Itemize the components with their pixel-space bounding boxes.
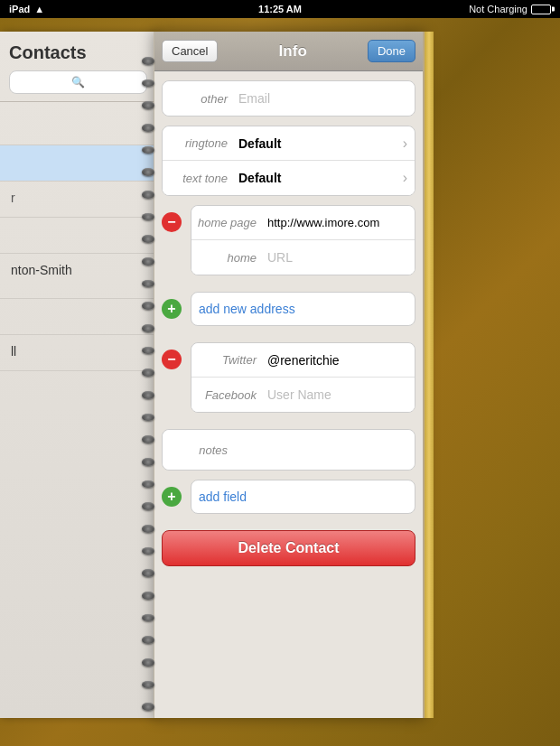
done-button[interactable]: Done — [368, 40, 415, 62]
home-url-input[interactable]: URL — [264, 243, 415, 272]
cancel-button[interactable]: Cancel — [162, 40, 218, 62]
twitter-row[interactable]: Twitter @reneritchie — [191, 343, 415, 378]
email-section: other Email — [162, 80, 415, 117]
notes-group: notes — [162, 429, 415, 471]
notes-input[interactable] — [235, 443, 415, 457]
search-bar[interactable]: 🔍 — [9, 70, 147, 94]
add-address-button[interactable]: + — [162, 299, 187, 319]
homepage-group: home page http://www.imore.com home URL — [191, 205, 415, 275]
status-left: iPad ▲ — [9, 4, 44, 14]
minus-icon[interactable]: − — [162, 350, 182, 369]
notes-row[interactable]: notes — [163, 430, 415, 470]
ringtone-chevron-icon: › — [403, 135, 415, 152]
add-field-section: + add field — [162, 480, 415, 521]
list-item[interactable]: r — [0, 182, 156, 218]
email-label: other — [163, 92, 235, 106]
facebook-row[interactable]: Facebook User Name — [191, 378, 415, 412]
homepage-value-row[interactable]: home page http://www.imore.com — [191, 206, 415, 240]
form-scroll: other Email ringtone Default › text tone… — [154, 71, 423, 718]
add-address-action[interactable]: add new address — [191, 292, 415, 326]
tone-group: ringtone Default › text tone Default › — [162, 126, 415, 196]
contacts-title: Contacts — [9, 42, 147, 63]
ringtone-label: ringtone — [163, 136, 235, 150]
twitter-label: Twitter — [191, 353, 264, 367]
add-field-button[interactable]: + — [162, 487, 187, 507]
list-item[interactable] — [0, 102, 156, 145]
device-label: iPad — [9, 4, 30, 14]
homepage-fields: home page http://www.imore.com home URL — [191, 205, 415, 283]
social-row-wrapper: − Twitter @reneritchie Facebook User Nam… — [162, 342, 415, 420]
homepage-label: home page — [191, 216, 264, 229]
info-panel: Cancel Info Done other Email ringtone De… — [154, 32, 425, 718]
add-address-row-wrapper: + add new address — [162, 292, 415, 333]
homepage-row-wrapper: − home page http://www.imore.com home UR… — [162, 205, 415, 283]
add-address-label: add new address — [199, 302, 295, 316]
social-section: − Twitter @reneritchie Facebook User Nam… — [162, 342, 415, 420]
list-item[interactable]: ll — [0, 335, 156, 371]
add-address-content: add new address — [191, 292, 415, 333]
contacts-sidebar: Contacts 🔍 r nton-Smith ll — [0, 32, 158, 718]
ringtone-row[interactable]: ringtone Default › — [163, 126, 415, 161]
delete-contact-button[interactable]: Delete Contact — [162, 530, 415, 566]
social-group: Twitter @reneritchie Facebook User Name — [191, 342, 415, 413]
facebook-label: Facebook — [191, 388, 264, 402]
notes-section: notes — [162, 429, 415, 471]
texttone-chevron-icon: › — [403, 170, 415, 186]
plus-icon[interactable]: + — [162, 299, 182, 319]
minus-icon[interactable]: − — [162, 212, 182, 232]
nav-title: Info — [279, 42, 307, 61]
nav-bar: Cancel Info Done — [154, 32, 423, 71]
remove-homepage-button[interactable]: − — [162, 212, 187, 232]
list-item[interactable] — [0, 299, 156, 335]
homepage-value: http://www.imore.com — [264, 209, 415, 237]
list-item[interactable] — [0, 218, 156, 254]
email-row: other Email — [163, 81, 415, 116]
home-url-label: home — [191, 251, 264, 265]
texttone-value: Default — [235, 163, 403, 192]
tone-section: ringtone Default › text tone Default › — [162, 126, 415, 196]
add-field-label: add field — [199, 490, 247, 504]
texttone-row[interactable]: text tone Default › — [163, 161, 415, 195]
charging-label: Not Charging — [469, 4, 527, 14]
plus-icon[interactable]: + — [162, 487, 182, 507]
email-group: other Email — [162, 80, 415, 117]
ringtone-value: Default — [235, 129, 403, 158]
battery-icon — [531, 5, 551, 14]
add-address-section: + add new address — [162, 292, 415, 333]
gold-border — [425, 32, 434, 718]
status-right: Not Charging — [469, 4, 551, 14]
texttone-label: text tone — [163, 172, 235, 185]
time-display: 11:25 AM — [258, 4, 302, 14]
social-fields: Twitter @reneritchie Facebook User Name — [191, 342, 415, 420]
status-bar: iPad ▲ 11:25 AM Not Charging — [0, 0, 560, 18]
contacts-list: r nton-Smith ll — [0, 102, 156, 371]
spiral-binding — [140, 32, 156, 718]
email-input[interactable]: Email — [235, 84, 415, 113]
wifi-icon: ▲ — [34, 4, 44, 14]
add-field-content: add field — [191, 480, 415, 521]
notes-label: notes — [163, 443, 235, 457]
delete-label: Delete Contact — [238, 540, 339, 556]
add-field-row-wrapper: + add field — [162, 480, 415, 521]
list-item[interactable]: nton-Smith — [0, 254, 156, 299]
homepage-section: − home page http://www.imore.com home UR… — [162, 205, 415, 283]
add-field-action[interactable]: add field — [191, 480, 415, 514]
contacts-header: Contacts 🔍 — [0, 32, 156, 102]
facebook-input[interactable]: User Name — [264, 380, 415, 409]
remove-social-button[interactable]: − — [162, 350, 187, 369]
list-item[interactable] — [0, 145, 156, 182]
twitter-value: @reneritchie — [264, 346, 415, 375]
home-url-row[interactable]: home URL — [191, 240, 415, 275]
